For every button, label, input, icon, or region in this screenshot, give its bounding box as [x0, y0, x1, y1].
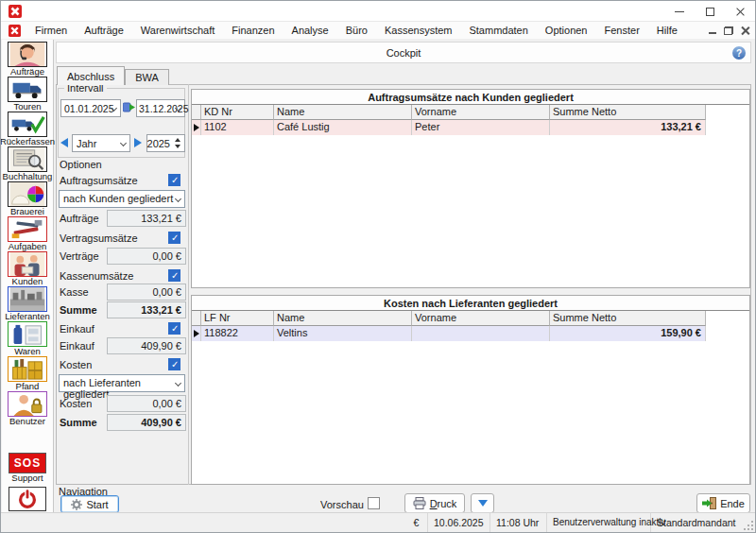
truck-icon	[8, 77, 47, 102]
mdi-close-icon[interactable]	[741, 26, 749, 35]
menu-item-buero[interactable]: Büro	[337, 22, 376, 39]
column-header-summe-netto[interactable]: Summe Netto	[550, 105, 706, 120]
spin-up-icon[interactable]	[172, 136, 183, 144]
menu-item-kassensystem[interactable]: Kassensystem	[376, 22, 461, 39]
menu-item-optionen[interactable]: Optionen	[537, 22, 596, 39]
sos-icon: SOS	[9, 453, 46, 473]
sidebar-item-kunden[interactable]: Kunden	[2, 251, 54, 286]
panel-divider	[188, 84, 189, 485]
tab-abschluss[interactable]: Abschluss	[57, 66, 125, 85]
vertraege-value-field: 0,00 €	[107, 248, 186, 265]
window-minimize-button[interactable]	[664, 1, 695, 22]
year-stepper[interactable]: 2025	[146, 134, 185, 152]
menu-item-hilfe[interactable]: Hilfe	[648, 22, 686, 39]
vertragsumsaetze-label: Vertragsumsätze	[60, 232, 138, 244]
vorschau-label: Vorschau	[320, 499, 364, 510]
previous-period-arrow[interactable]	[60, 138, 68, 147]
sidebar-item-label: Waren	[14, 347, 41, 356]
kassenumsaetze-checkbox[interactable]	[168, 269, 180, 282]
sidebar-item-brauerei[interactable]: Brauerei	[2, 181, 54, 216]
window-close-button[interactable]	[725, 1, 755, 22]
ende-button[interactable]: Ende	[696, 493, 750, 513]
mdi-restore-icon[interactable]	[724, 26, 733, 35]
menu-item-fenster[interactable]: Fenster	[596, 22, 648, 39]
row-indicator-header	[192, 311, 201, 326]
customers-icon	[8, 251, 47, 277]
next-period-arrow[interactable]	[134, 138, 142, 147]
sidebar-item-aufgaben[interactable]: Aufgaben	[2, 216, 54, 251]
auftraege-value-field: 133,21 €	[107, 210, 186, 227]
kosten-gliederung-select[interactable]: nach Lieferanten gegliedert	[59, 374, 185, 392]
column-header-vorname[interactable]: Vorname	[412, 311, 550, 326]
mdi-child-logo-icon[interactable]	[9, 25, 21, 37]
resize-grip[interactable]	[743, 520, 754, 531]
date-to-input[interactable]: 31.12.2025	[136, 99, 185, 117]
summe-einkauf-value-field: 409,90 €	[107, 414, 186, 431]
start-button-label: Start	[86, 499, 108, 510]
spin-down-icon[interactable]	[172, 144, 183, 151]
row-pointer-icon	[194, 330, 199, 337]
header-filler	[706, 311, 749, 326]
menu-item-warenwirtschaft[interactable]: Warenwirtschaft	[132, 22, 223, 39]
column-header-name[interactable]: Name	[274, 311, 412, 326]
column-header-name[interactable]: Name	[274, 105, 412, 120]
cell-summe-netto: 133,21 €	[550, 120, 706, 135]
mdi-minimize-icon[interactable]	[709, 26, 716, 34]
date-from-input[interactable]: 01.01.2025	[60, 99, 121, 117]
auftragsumsaetze-checkbox[interactable]	[168, 174, 180, 186]
chevron-down-icon	[120, 140, 127, 146]
sidebar-item-auftraege[interactable]: Aufträge	[2, 42, 54, 77]
table-header-row: LF Nr Name Vorname Summe Netto	[192, 311, 749, 326]
column-header-kdnr[interactable]: KD Nr	[201, 105, 274, 120]
table-title: Kosten nach Lieferanten gegliedert	[192, 296, 749, 311]
sidebar-item-rueckerfassen[interactable]: Rückerfassen	[2, 112, 54, 146]
sidebar-item-buchhaltung[interactable]: Buchhaltung	[2, 146, 54, 181]
sidebar-item-waren[interactable]: Waren	[2, 321, 54, 356]
start-button[interactable]: Start	[60, 495, 119, 513]
vertragsumsaetze-checkbox[interactable]	[168, 232, 180, 244]
column-header-summe-netto[interactable]: Summe Netto	[550, 311, 706, 326]
table-row[interactable]: 1102 Café Lustig Peter 133,21 €	[192, 120, 749, 135]
menu-item-finanzen[interactable]: Finanzen	[223, 22, 283, 39]
table-header-row: KD Nr Name Vorname Summe Netto	[192, 105, 749, 120]
menu-item-firmen[interactable]: Firmen	[26, 22, 76, 39]
tab-bwa[interactable]: BWA	[125, 69, 169, 85]
auftrag-gliederung-select[interactable]: nach Kunden gegliedert	[59, 190, 185, 208]
sidebar-item-label: Kunden	[12, 277, 43, 286]
menu-item-analyse[interactable]: Analyse	[284, 22, 337, 39]
row-filler	[706, 326, 749, 341]
sidebar-item-lieferanten[interactable]: Lieferanten	[2, 286, 54, 321]
sidebar-item-touren[interactable]: Touren	[2, 77, 54, 112]
einkauf-checkbox[interactable]	[168, 322, 180, 335]
calendar-link-icon[interactable]	[123, 101, 135, 113]
menu-item-stammdaten[interactable]: Stammdaten	[460, 22, 536, 39]
table-title: Auftragsumsätze nach Kunden gegliedert	[192, 90, 749, 105]
status-date: 10.06.2025	[428, 513, 490, 532]
window-maximize-button[interactable]	[695, 1, 725, 22]
help-icon[interactable]: ?	[732, 46, 746, 60]
druck-options-dropdown-button[interactable]	[471, 493, 494, 513]
auftraege-label: Aufträge	[60, 213, 99, 224]
sidebar-item-support[interactable]: SOS Support	[2, 453, 54, 483]
auftragsumsaetze-label: Auftragsumsätze	[60, 175, 138, 186]
menu-item-auftraege[interactable]: Aufträge	[76, 22, 132, 39]
row-indicator-cell	[192, 120, 201, 135]
period-select[interactable]: Jahr	[72, 134, 130, 152]
column-header-vorname[interactable]: Vorname	[412, 105, 550, 120]
column-header-lfnr[interactable]: LF Nr	[201, 311, 274, 326]
sidebar-item-benutzer[interactable]: Benutzer	[2, 391, 54, 426]
cell-vorname: Peter	[412, 120, 550, 135]
vorschau-checkbox[interactable]	[368, 497, 380, 509]
chevron-down-icon	[175, 380, 181, 387]
table-row[interactable]: 118822 Veltins 159,90 €	[192, 326, 749, 341]
kosten-checkbox[interactable]	[168, 358, 180, 370]
kosten-label: Kosten	[60, 398, 92, 409]
cell-name: Veltins	[274, 326, 412, 341]
druck-button-label: Druck	[430, 498, 457, 509]
minimize-icon	[675, 11, 684, 12]
druck-button[interactable]: Druck	[404, 493, 465, 513]
year-value: 2025	[147, 138, 170, 149]
tools-icon	[8, 216, 47, 242]
sidebar-item-pfand[interactable]: Pfand	[2, 356, 54, 391]
chevron-down-icon	[175, 196, 181, 202]
